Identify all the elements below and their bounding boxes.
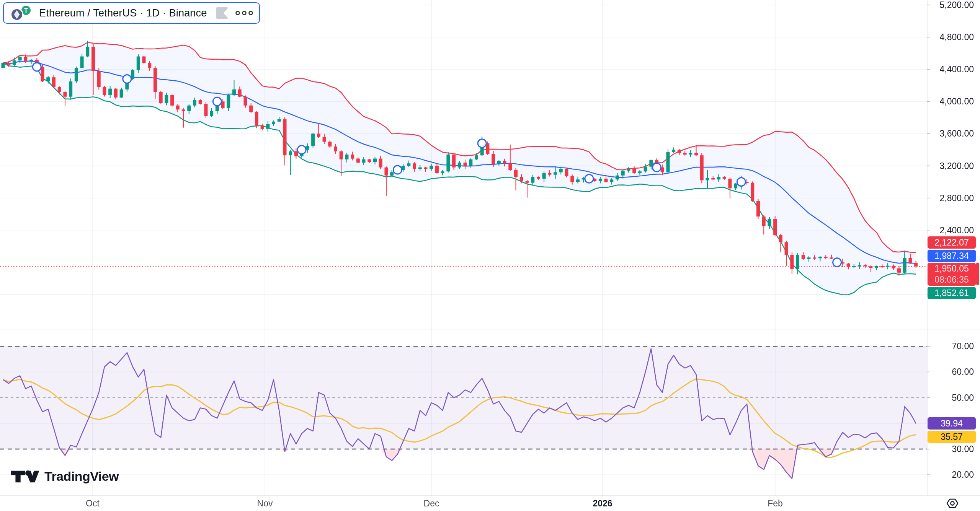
- price-tick: 3,200.00: [939, 161, 974, 171]
- rsi-ma-value: 35.57: [941, 431, 963, 443]
- symbol-legend[interactable]: T Ethereum / TetherUS · 1D · Binance: [3, 2, 260, 24]
- rsi-tick: 30.00: [952, 444, 974, 454]
- tradingview-chart-window: { "symbol": { "title": "Ethereum / Tethe…: [0, 0, 980, 511]
- tradingview-logo-text: TradingView: [44, 469, 119, 484]
- pair-logos: T: [10, 5, 34, 21]
- rsi-tick: 60.00: [952, 367, 974, 377]
- bar-countdown: 08:06:35: [934, 274, 969, 285]
- price-tick: 4,400.00: [939, 64, 974, 75]
- last-price-value: 1,950.05: [934, 263, 969, 274]
- tether-glyph: T: [24, 7, 28, 14]
- flag-icon[interactable]: [216, 7, 228, 19]
- price-tick: 5,200.00: [939, 0, 974, 10]
- price-tick: 2,800.00: [939, 193, 974, 203]
- rsi-tick: 70.00: [952, 341, 974, 352]
- price-tick: 4,000.00: [939, 96, 974, 107]
- rsi-ma-value-label: 35.57: [928, 431, 976, 443]
- time-axis-label-Oct: Oct: [86, 498, 100, 509]
- bb-lower-value: 1,852.61: [934, 288, 969, 299]
- rsi-value: 39.94: [941, 418, 963, 429]
- bb-upper-price-label: 2,122.07: [928, 236, 976, 249]
- more-options-icon[interactable]: [235, 11, 253, 15]
- time-axis-label-Dec: Dec: [424, 498, 439, 509]
- last-price-edge-strip: [976, 263, 979, 285]
- chart-canvas[interactable]: [0, 0, 980, 511]
- eye-icon[interactable]: [946, 498, 959, 509]
- time-axis-label-2026: 2026: [593, 498, 612, 509]
- rsi-tick: 50.00: [952, 392, 974, 403]
- bb-lower-price-label: 1,852.61: [928, 287, 976, 299]
- bb-basis-value: 1,987.34: [934, 251, 969, 262]
- tradingview-logo-icon: [11, 470, 40, 483]
- tradingview-attribution[interactable]: TradingView: [11, 469, 119, 484]
- price-tick: 3,600.00: [939, 129, 974, 139]
- bb-upper-value: 2,122.07: [934, 237, 969, 248]
- rsi-value-label: 39.94: [928, 417, 976, 430]
- price-tick: 4,800.00: [939, 32, 974, 42]
- time-axis-label-Nov: Nov: [257, 498, 273, 509]
- time-axis-label-Feb: Feb: [768, 498, 783, 509]
- rsi-tick: 20.00: [952, 470, 974, 480]
- last-price-label: 1,950.05 08:06:35: [928, 263, 976, 286]
- bb-basis-price-label: 1,987.34: [928, 250, 976, 262]
- symbol-title: Ethereum / TetherUS · 1D · Binance: [39, 7, 207, 19]
- price-tick: 2,400.00: [939, 225, 974, 235]
